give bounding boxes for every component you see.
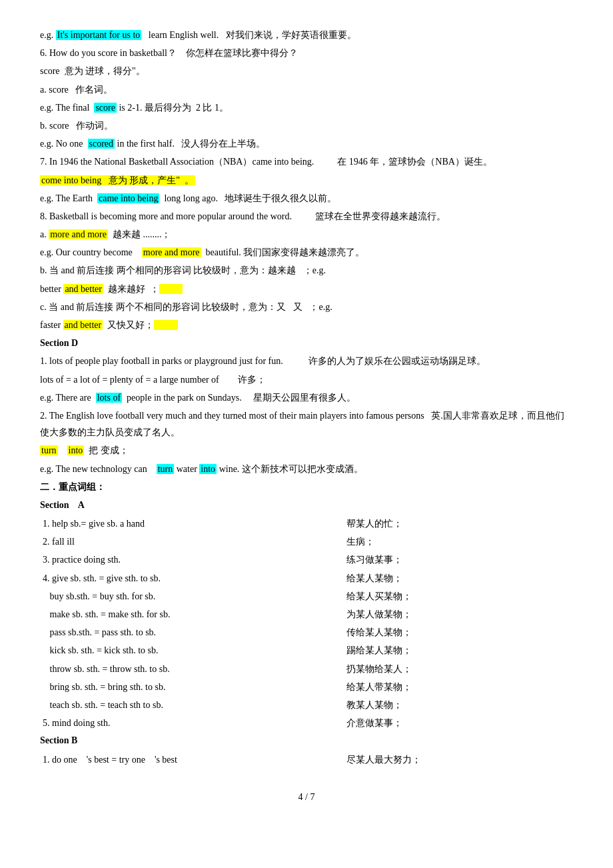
text-q7: 7. In 1946 the National Basketball Assoc… bbox=[40, 157, 492, 167]
line-score-noun-label: score 意为 进球，得分"。 bbox=[40, 63, 573, 79]
highlight-and-better: and better bbox=[63, 284, 103, 294]
line-score-b: b. score 作动词。 bbox=[40, 117, 573, 134]
text-mam-a: 越来越 ........； bbox=[108, 229, 171, 239]
line-come-into-being: come into being 意为 形成，产生" 。 bbox=[40, 172, 573, 189]
text-bab-cn: 越来越好 ； bbox=[103, 284, 159, 294]
line-faster-and-better: faster and better 又快又好； bbox=[40, 317, 573, 333]
phrase-row-9: throw sb. sth. = throw sth. to sb. 扔某物给某… bbox=[40, 660, 573, 678]
text-fab-cn: 又快又好； bbox=[103, 320, 154, 330]
text-eg-cib: e.g. The Earth bbox=[40, 193, 97, 203]
text-q6: 6. How do you score in basketball？ 你怎样在篮… bbox=[40, 48, 298, 58]
phrase-row-11: teach sb. sth. = teach sth to sb. 教某人某物； bbox=[40, 696, 573, 714]
text-score-a: a. score 作名词。 bbox=[40, 85, 113, 95]
highlight-bab-box bbox=[159, 284, 183, 294]
phrase-cn-11: 教某人某物； bbox=[306, 696, 573, 714]
phrase-cn-2: 生病； bbox=[306, 533, 573, 551]
line-q7: 7. In 1946 the National Basketball Assoc… bbox=[40, 153, 573, 170]
section-b-title: Section B bbox=[40, 735, 77, 745]
phrase-row-8: kick sb. sth. = kick sth. to sb. 踢给某人某物； bbox=[40, 641, 573, 659]
phrase-row-10: bring sb. sth. = bring sth. to sb. 给某人带某… bbox=[40, 678, 573, 696]
phrase-en-10: bring sb. sth. = bring sth. to sb. bbox=[40, 678, 306, 696]
line-d1: 1. lots of people play football in parks… bbox=[40, 353, 573, 369]
text-eg-cib2: long long ago. 地球诞生于很久很久以前。 bbox=[159, 193, 336, 203]
highlight-scored: scored bbox=[88, 139, 115, 149]
line-q6: 6. How do you score in basketball？ 你怎样在篮… bbox=[40, 45, 573, 61]
phrase-en-1: 1. help sb.= give sb. a hand bbox=[40, 515, 306, 533]
highlight-fab-box bbox=[154, 320, 178, 330]
line-d2: 2. The English love football very much a… bbox=[40, 407, 573, 441]
text-eg-lots2: people in the park on Sundays. 星期天公园里有很多… bbox=[122, 393, 356, 403]
page-content: e.g. It's important for us to learn Engl… bbox=[40, 27, 573, 805]
text-eg-score-verb2: in the first half. 没人得分在上半场。 bbox=[115, 139, 265, 149]
highlight-more-and-more: more and more bbox=[49, 229, 108, 239]
phrase-cn-4: 给某人某物； bbox=[306, 569, 573, 587]
highlight-came-into-being: came into being bbox=[97, 193, 159, 203]
phrase-en-4: 4. give sb. sth. = give sth. to sb. bbox=[40, 569, 306, 587]
line-q8: 8. Basketball is becoming more and more … bbox=[40, 208, 573, 225]
text-q8: 8. Basketball is becoming more and more … bbox=[40, 211, 446, 221]
text-eg-score-noun: e.g. The final bbox=[40, 103, 94, 113]
line-mam-c: c. 当 and 前后连接 两个不相同的形容词 比较级时，意为：又 又 ；e.g… bbox=[40, 299, 573, 315]
highlight-score-noun: score bbox=[94, 103, 117, 113]
phrase-row-2: 2. fall ill 生病； bbox=[40, 533, 573, 551]
phrase-row-5: buy sb.sth. = buy sth. for sb. 给某人买某物； bbox=[40, 587, 573, 605]
phrase-row-7: pass sb.sth. = pass sth. to sb. 传给某人某物； bbox=[40, 623, 573, 641]
highlight-turn: turn bbox=[40, 445, 58, 455]
text-score-noun: score 意为 进球，得分"。 bbox=[40, 66, 145, 76]
highlight-and-better2: and better bbox=[63, 320, 103, 330]
phrase-en-12: 5. mind doing sth. bbox=[40, 714, 306, 732]
line-score-a: a. score 作名词。 bbox=[40, 81, 573, 98]
line-better-and-better: better and better 越来越好 ； bbox=[40, 281, 573, 297]
highlight-lots-of: lots of bbox=[96, 393, 122, 403]
text-eg-score-verb: e.g. No one bbox=[40, 139, 88, 149]
phrase-en-6: make sb. sth. = make sth. for sb. bbox=[40, 605, 306, 623]
line-eg-mam: e.g. Our country become more and more be… bbox=[40, 244, 573, 261]
line-turn-into: turn into 把 变成； bbox=[40, 442, 573, 459]
line-eg-score-verb: e.g. No one scored in the first half. 没人… bbox=[40, 135, 573, 152]
text-eg-mam: e.g. Our country become bbox=[40, 247, 142, 257]
phrase-b-cn-1: 尽某人最大努力； bbox=[306, 751, 573, 769]
phrase-row-3: 3. practice doing sth. 练习做某事； bbox=[40, 551, 573, 569]
section2-label: 二．重点词组： bbox=[40, 482, 105, 492]
phrase-b-row-1: 1. do one 's best = try one 's best 尽某人最… bbox=[40, 751, 573, 769]
phrase-cn-7: 传给某人某物； bbox=[306, 623, 573, 641]
phrase-en-9: throw sb. sth. = throw sth. to sb. bbox=[40, 660, 306, 678]
line-section-a: Section A bbox=[40, 497, 573, 513]
section-a-title: Section A bbox=[40, 500, 85, 510]
phrase-cn-9: 扔某物给某人； bbox=[306, 660, 573, 678]
text-eg-turn2: water bbox=[174, 464, 199, 474]
line-more-and-more-a: a. more and more 越来越 ........； bbox=[40, 226, 573, 243]
phrase-cn-10: 给某人带某物； bbox=[306, 678, 573, 696]
text-bab-prefix: better bbox=[40, 284, 63, 294]
line-section-b: Section B bbox=[40, 732, 573, 749]
page-number: 4 / 7 bbox=[40, 789, 573, 805]
highlight-come-into-being: come into being 意为 形成，产生" 。 bbox=[40, 175, 195, 185]
text-eg-turn: e.g. The new technology can bbox=[40, 464, 157, 474]
phrase-en-11: teach sb. sth. = teach sth to sb. bbox=[40, 696, 306, 714]
line-eg-turn: e.g. The new technology can turn water i… bbox=[40, 461, 573, 477]
text-d1: 1. lots of people play football in parks… bbox=[40, 356, 486, 366]
phrase-b-en-1: 1. do one 's best = try one 's best bbox=[40, 751, 306, 769]
phrase-cn-6: 为某人做某物； bbox=[306, 605, 573, 623]
phrase-en-8: kick sb. sth. = kick sth. to sb. bbox=[40, 641, 306, 659]
section-d-title: Section D bbox=[40, 338, 78, 348]
phrase-table-a: 1. help sb.= give sb. a hand 帮某人的忙； 2. f… bbox=[40, 515, 573, 732]
phrase-table-b: 1. do one 's best = try one 's best 尽某人最… bbox=[40, 751, 573, 769]
phrase-row-4: 4. give sb. sth. = give sth. to sb. 给某人某… bbox=[40, 569, 573, 587]
phrase-row-1: 1. help sb.= give sb. a hand 帮某人的忙； bbox=[40, 515, 573, 533]
text-mam-b: b. 当 and 前后连接 两个相同的形容词 比较级时，意为：越来越 ；e.g. bbox=[40, 265, 326, 275]
phrase-cn-12: 介意做某事； bbox=[306, 714, 573, 732]
text-turn-space bbox=[58, 445, 67, 455]
text-turn-into-cn: 把 变成； bbox=[84, 445, 129, 455]
text-eg1-prefix: e.g. bbox=[40, 30, 56, 40]
line-eg-score-noun: e.g. The final score is 2-1. 最后得分为 2 比 1… bbox=[40, 99, 573, 116]
line-lots-of-eq: lots of = a lot of = plenty of = a large… bbox=[40, 371, 573, 388]
highlight-into-eg: into bbox=[199, 464, 217, 474]
line-section-d: Section D bbox=[40, 335, 573, 351]
phrase-cn-8: 踢给某人某物； bbox=[306, 641, 573, 659]
text-d2: 2. The English love football very much a… bbox=[40, 411, 564, 437]
text-mam-a-prefix: a. bbox=[40, 229, 49, 239]
line-eg-come-into-being: e.g. The Earth came into being long long… bbox=[40, 190, 573, 207]
highlight-into: into bbox=[67, 445, 85, 455]
phrase-cn-3: 练习做某事； bbox=[306, 551, 573, 569]
